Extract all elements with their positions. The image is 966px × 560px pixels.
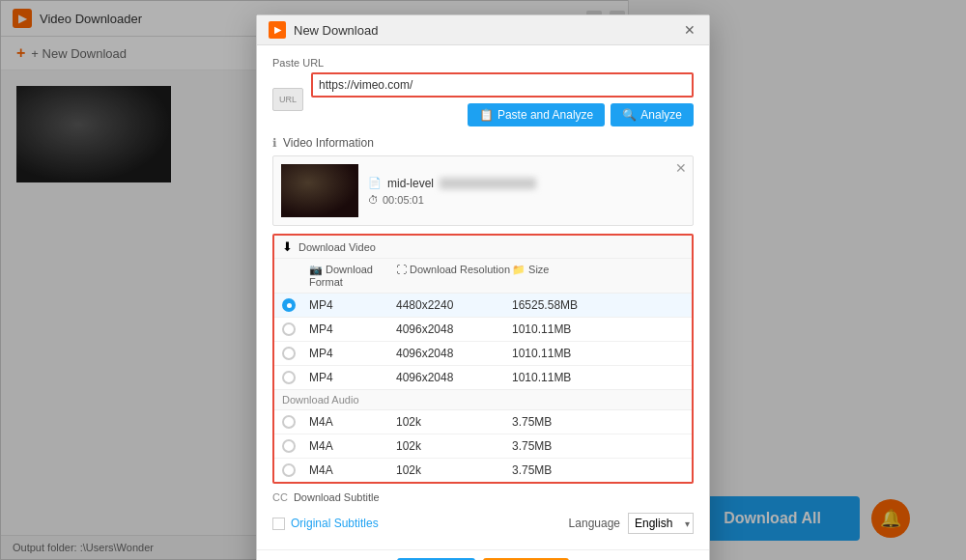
modal-titlebar: ▶ New Download ✕ xyxy=(257,15,709,45)
file-icon: 📄 xyxy=(368,177,382,189)
url-section: URL 📋 Paste and Analyze 🔍 Analyze xyxy=(272,72,694,126)
format-cell: M4A xyxy=(309,463,396,477)
radio-cell[interactable] xyxy=(282,439,309,453)
size-cell: 3.75MB xyxy=(512,463,599,477)
duration-value: 00:05:01 xyxy=(383,194,424,206)
size-cell: 16525.58MB xyxy=(512,298,599,312)
audio-table-row[interactable]: M4A 102k 3.75MB xyxy=(274,434,692,459)
language-select[interactable]: English xyxy=(628,513,694,534)
modal-close-button[interactable]: ✕ xyxy=(682,22,697,38)
radio-cell[interactable] xyxy=(282,371,309,384)
modal-footer: Ok Cancel xyxy=(257,549,709,560)
format-icon: 📷 xyxy=(309,264,326,275)
radio-cell[interactable] xyxy=(282,347,309,360)
format-cell: MP4 xyxy=(309,298,396,312)
col-header-select xyxy=(282,264,309,288)
video-meta: 📄 mid-level ⏱ 00:05:01 xyxy=(368,177,685,206)
original-subtitles-text: Original Subtitles xyxy=(291,517,379,530)
format-cell: MP4 xyxy=(309,322,396,336)
language-label: Language xyxy=(569,517,620,530)
radio-button[interactable] xyxy=(282,439,296,453)
download-section: ⬇ Download Video 📷 Download Format ⛶ Dow… xyxy=(272,234,694,484)
format-cell: M4A xyxy=(309,439,396,453)
resolution-label: Download Resolution xyxy=(410,264,510,275)
video-duration: ⏱ 00:05:01 xyxy=(368,194,685,206)
radio-cell[interactable] xyxy=(282,463,309,477)
size-cell: 3.75MB xyxy=(512,439,599,453)
resolution-cell: 4096x2048 xyxy=(396,371,512,384)
download-section-header: ⬇ Download Video xyxy=(274,236,692,259)
format-cell: MP4 xyxy=(309,371,396,384)
url-input[interactable] xyxy=(311,72,694,98)
audio-rows-container: M4A 102k 3.75MB M4A 102k 3.75MB M4A 102k… xyxy=(274,410,692,482)
size-icon: 📁 xyxy=(512,264,528,275)
download-video-label: Download Video xyxy=(298,241,376,253)
clock-icon: ⏱ xyxy=(368,194,379,206)
subtitle-row: Original Subtitles Language English xyxy=(272,509,694,538)
video-table-row[interactable]: MP4 4096x2048 1010.11MB xyxy=(274,366,692,389)
audio-table-row[interactable]: M4A 102k 3.75MB xyxy=(274,459,692,482)
radio-button[interactable] xyxy=(282,322,296,336)
resolution-icon: ⛶ xyxy=(396,264,410,275)
modal-overlay: ▶ New Download ✕ Paste URL URL 📋 Paste a… xyxy=(0,0,966,560)
col-header-size: 📁 Size xyxy=(512,264,599,288)
video-thumbnail xyxy=(281,164,358,217)
subtitle-icon: CC xyxy=(272,491,288,503)
language-row: Language English xyxy=(569,513,694,534)
col-header-resolution: ⛶ Download Resolution xyxy=(396,264,512,288)
paste-icon: 📋 xyxy=(479,108,494,122)
radio-cell[interactable] xyxy=(282,415,309,429)
radio-button[interactable] xyxy=(282,347,296,360)
subtitle-header: CC Download Subtitle xyxy=(272,491,694,503)
video-info-close-button[interactable]: ✕ xyxy=(675,160,687,176)
original-subtitles-checkbox[interactable] xyxy=(272,518,285,530)
new-download-modal: ▶ New Download ✕ Paste URL URL 📋 Paste a… xyxy=(256,14,710,560)
info-icon: ℹ xyxy=(272,136,277,150)
audio-table-row[interactable]: M4A 102k 3.75MB xyxy=(274,410,692,434)
audio-divider: Download Audio xyxy=(274,389,692,410)
format-cell: M4A xyxy=(309,415,396,429)
video-title: mid-level xyxy=(387,177,434,190)
resolution-cell: 102k xyxy=(396,463,512,477)
radio-cell[interactable] xyxy=(282,322,309,336)
radio-button[interactable] xyxy=(282,415,296,429)
video-title-row: 📄 mid-level xyxy=(368,177,685,190)
search-icon: 🔍 xyxy=(622,108,637,122)
analyze-button[interactable]: 🔍 Analyze xyxy=(611,103,694,126)
analyze-label: Analyze xyxy=(640,108,682,122)
table-header: 📷 Download Format ⛶ Download Resolution … xyxy=(274,259,692,294)
resolution-cell: 102k xyxy=(396,415,512,429)
radio-button[interactable] xyxy=(282,298,296,312)
url-buttons: 📋 Paste and Analyze 🔍 Analyze xyxy=(311,103,694,126)
video-rows-container: MP4 4480x2240 16525.58MB MP4 4096x2048 1… xyxy=(274,294,692,389)
radio-cell[interactable] xyxy=(282,298,309,312)
resolution-cell: 4096x2048 xyxy=(396,347,512,360)
video-table-row[interactable]: MP4 4096x2048 1010.11MB xyxy=(274,318,692,342)
paste-analyze-label: Paste and Analyze xyxy=(497,108,593,122)
download-icon: ⬇ xyxy=(282,239,293,254)
size-label: Size xyxy=(528,264,549,275)
paste-and-analyze-button[interactable]: 📋 Paste and Analyze xyxy=(468,103,605,126)
format-cell: MP4 xyxy=(309,347,396,360)
original-subtitles-label[interactable]: Original Subtitles xyxy=(272,517,379,530)
radio-button[interactable] xyxy=(282,371,296,384)
language-select-wrapper: English xyxy=(628,513,694,534)
col-header-format: 📷 Download Format xyxy=(309,264,396,288)
subtitle-label: Download Subtitle xyxy=(294,491,380,503)
size-cell: 1010.11MB xyxy=(512,347,599,360)
radio-button[interactable] xyxy=(282,463,296,477)
url-input-group: 📋 Paste and Analyze 🔍 Analyze xyxy=(311,72,694,126)
size-cell: 3.75MB xyxy=(512,415,599,429)
resolution-cell: 4480x2240 xyxy=(396,298,512,312)
modal-title: New Download xyxy=(294,23,674,38)
size-cell: 1010.11MB xyxy=(512,371,599,384)
video-info-header: ℹ Video Information xyxy=(272,136,694,150)
resolution-cell: 4096x2048 xyxy=(396,322,512,336)
audio-section-label: Download Audio xyxy=(282,394,359,406)
url-box-icon: URL xyxy=(272,88,303,111)
size-cell: 1010.11MB xyxy=(512,322,599,336)
video-table-row[interactable]: MP4 4480x2240 16525.58MB xyxy=(274,294,692,318)
modal-icon: ▶ xyxy=(269,21,286,39)
video-info-box: 📄 mid-level ⏱ 00:05:01 ✕ xyxy=(272,155,694,226)
video-table-row[interactable]: MP4 4096x2048 1010.11MB xyxy=(274,342,692,366)
